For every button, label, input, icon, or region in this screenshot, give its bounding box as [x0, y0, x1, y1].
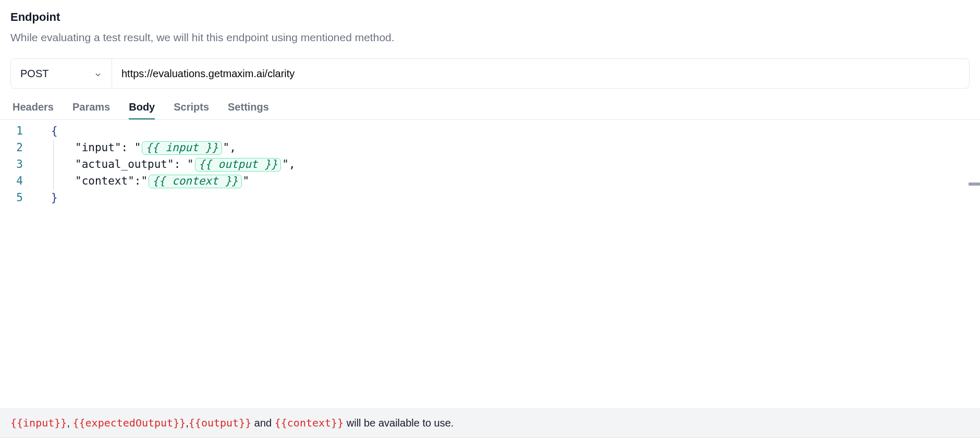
tab-scripts[interactable]: Scripts	[174, 101, 209, 120]
tab-settings[interactable]: Settings	[228, 101, 269, 120]
variable-chip-input: {{ input }}	[142, 141, 222, 155]
section-title: Endpoint	[10, 0, 970, 24]
body-editor[interactable]: 1 2 3 4 5 { "input": "{{ input }}", "act…	[0, 119, 980, 314]
endpoint-url-input[interactable]	[112, 58, 970, 89]
endpoint-input-row: POST	[10, 58, 970, 89]
editor-content[interactable]: { "input": "{{ input }}", "actual_output…	[29, 123, 980, 206]
variables-hint: {{input}}, {{expectedOutput}},{{output}}…	[0, 408, 980, 438]
endpoint-config: Endpoint While evaluating a test result,…	[0, 0, 980, 438]
code-line[interactable]: "context":"{{ context }}"	[29, 173, 980, 190]
http-method-select[interactable]: POST	[10, 58, 112, 89]
request-tabs: Headers Params Body Scripts Settings	[10, 101, 970, 120]
code-line[interactable]: }	[29, 190, 980, 206]
section-subtitle: While evaluating a test result, we will …	[10, 31, 970, 44]
tab-params[interactable]: Params	[72, 101, 110, 120]
variable-chip-output: {{ output }}	[195, 158, 281, 172]
minimap-indicator	[969, 182, 980, 186]
code-line[interactable]: "actual_output": "{{ output }}",	[29, 156, 980, 173]
variable-chip-context: {{ context }}	[149, 175, 241, 188]
tab-body[interactable]: Body	[129, 101, 155, 120]
http-method-value: POST	[20, 68, 48, 80]
editor-gutter: 1 2 3 4 5	[0, 123, 29, 206]
chevron-down-icon	[94, 69, 102, 78]
tab-headers[interactable]: Headers	[13, 101, 54, 120]
code-line[interactable]: {	[29, 123, 980, 140]
code-line[interactable]: "input": "{{ input }}",	[29, 140, 980, 156]
